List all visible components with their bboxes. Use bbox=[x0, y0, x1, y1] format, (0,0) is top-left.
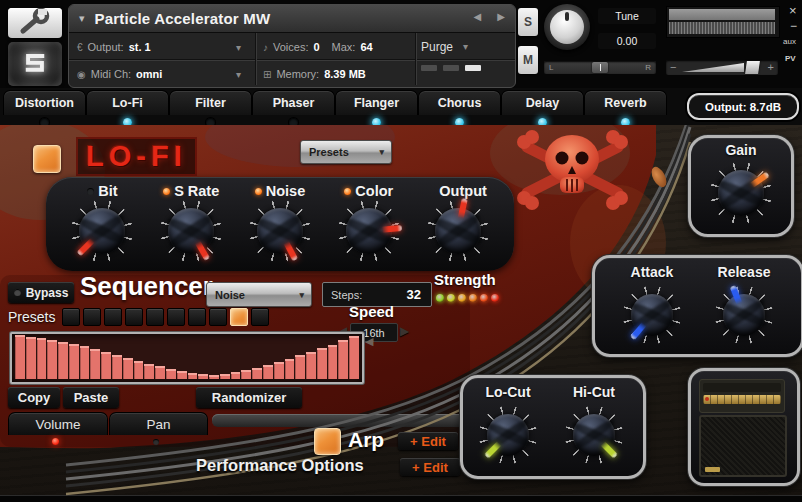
arp-power-button[interactable] bbox=[314, 428, 341, 455]
output-level-button[interactable]: Output: 8.7dB bbox=[687, 93, 799, 120]
tab-lo-fi[interactable]: Lo-Fi bbox=[86, 90, 169, 115]
step-bar-29[interactable] bbox=[317, 348, 327, 379]
step-bar-30[interactable] bbox=[328, 345, 338, 379]
step-bar-14[interactable] bbox=[155, 366, 165, 379]
tab-flanger[interactable]: Flanger bbox=[335, 90, 418, 115]
tab-area-slider[interactable] bbox=[212, 414, 470, 427]
solo-button[interactable]: S bbox=[518, 8, 538, 36]
sequencer-mode-dropdown[interactable]: Noise ▾ bbox=[206, 282, 312, 307]
step-bar-1[interactable] bbox=[15, 335, 25, 379]
arp-edit-button[interactable]: + Edit bbox=[398, 432, 458, 450]
step-bar-9[interactable] bbox=[101, 352, 111, 379]
bit-knob[interactable] bbox=[71, 200, 133, 262]
preset-slot-5[interactable] bbox=[146, 308, 164, 326]
step-bar-20[interactable] bbox=[220, 374, 230, 379]
tab-distortion[interactable]: Distortion bbox=[3, 90, 86, 115]
mute-button[interactable]: M bbox=[518, 46, 538, 74]
next-instrument-icon[interactable]: ▶ bbox=[497, 11, 505, 22]
step-bar-21[interactable] bbox=[231, 372, 241, 379]
step-bar-13[interactable] bbox=[144, 364, 154, 379]
instrument-title-row[interactable]: ▾ Particle Accelerator MW ◀ ▶ bbox=[69, 5, 515, 33]
lofi-presets-dropdown[interactable]: Presets ▾ bbox=[300, 140, 392, 164]
step-bar-19[interactable] bbox=[209, 375, 219, 379]
preset-slot-7[interactable] bbox=[188, 308, 206, 326]
step-bar-7[interactable] bbox=[80, 346, 90, 379]
randomizer-button[interactable]: Randomizer bbox=[196, 387, 302, 408]
chevron-down-icon[interactable]: ▾ bbox=[236, 69, 241, 80]
purge-menu[interactable]: Purge ▾ bbox=[421, 34, 511, 59]
tab-filter[interactable]: Filter bbox=[169, 90, 252, 115]
step-bar-17[interactable] bbox=[188, 373, 198, 379]
step-bar-26[interactable] bbox=[285, 359, 295, 379]
tab-phaser[interactable]: Phaser bbox=[252, 90, 335, 115]
tune-value[interactable]: 0.00 bbox=[598, 33, 656, 49]
step-bar-18[interactable] bbox=[198, 374, 208, 379]
tab-pan[interactable]: Pan bbox=[109, 412, 208, 435]
step-bar-22[interactable] bbox=[241, 370, 251, 379]
noise-knob[interactable] bbox=[249, 200, 311, 262]
edit-instrument-button[interactable] bbox=[8, 8, 62, 38]
tab-chorus[interactable]: Chorus bbox=[418, 90, 501, 115]
step-bar-5[interactable] bbox=[58, 342, 68, 379]
tab-delay[interactable]: Delay bbox=[501, 90, 584, 115]
step-bar-15[interactable] bbox=[166, 369, 176, 379]
preset-slot-6[interactable] bbox=[167, 308, 185, 326]
speed-next-icon[interactable]: ▶ bbox=[400, 324, 409, 338]
paste-button[interactable]: Paste bbox=[63, 387, 119, 408]
pan-handle[interactable] bbox=[592, 62, 608, 73]
step-bar-6[interactable] bbox=[69, 344, 79, 379]
step-bar-8[interactable] bbox=[90, 349, 100, 379]
midi-channel-select[interactable]: ◉ Midi Ch: omni ▾ bbox=[77, 61, 249, 87]
tab-volume[interactable]: Volume bbox=[8, 412, 108, 435]
s-rate-knob[interactable] bbox=[160, 200, 222, 262]
volume-handle[interactable] bbox=[745, 61, 760, 74]
tab-reverb[interactable]: Reverb bbox=[584, 90, 667, 115]
step-bar-24[interactable] bbox=[263, 365, 273, 379]
chevron-down-icon[interactable]: ▾ bbox=[79, 12, 85, 25]
attack-knob[interactable] bbox=[623, 286, 681, 344]
copy-button[interactable]: Copy bbox=[8, 387, 60, 408]
gain-knob[interactable] bbox=[710, 162, 772, 224]
chevron-down-icon[interactable]: ▾ bbox=[463, 41, 468, 52]
pv-button[interactable]: PV bbox=[785, 54, 796, 63]
step-bar-11[interactable] bbox=[123, 358, 133, 379]
preset-slot-10[interactable] bbox=[251, 308, 269, 326]
lo-cut-knob-control[interactable] bbox=[479, 406, 537, 464]
preset-slot-9[interactable] bbox=[230, 308, 248, 326]
step-bar-32[interactable] bbox=[349, 336, 359, 379]
preset-slot-2[interactable] bbox=[83, 308, 101, 326]
tune-knob[interactable] bbox=[544, 4, 590, 50]
prev-instrument-icon[interactable]: ◀ bbox=[474, 11, 482, 22]
max-voices-value[interactable]: 64 bbox=[360, 41, 372, 53]
chevron-down-icon[interactable]: ▾ bbox=[236, 42, 241, 53]
step-bar-27[interactable] bbox=[295, 355, 305, 379]
output-knob[interactable] bbox=[427, 200, 489, 262]
bars-scroll-icon[interactable]: ◀ bbox=[365, 335, 373, 348]
attack-knob-control[interactable] bbox=[623, 286, 681, 344]
preset-slot-1[interactable] bbox=[62, 308, 80, 326]
pan-slider[interactable]: L R bbox=[544, 61, 656, 74]
step-bars[interactable] bbox=[14, 336, 360, 380]
step-bar-10[interactable] bbox=[112, 355, 122, 379]
step-bar-4[interactable] bbox=[47, 340, 57, 379]
step-bar-28[interactable] bbox=[306, 352, 316, 379]
minimize-icon[interactable]: − bbox=[790, 19, 797, 33]
sequencer-bypass-button[interactable]: Bypass bbox=[8, 282, 74, 303]
step-bar-23[interactable] bbox=[252, 368, 262, 379]
preset-slot-8[interactable] bbox=[209, 308, 227, 326]
release-knob[interactable] bbox=[715, 286, 773, 344]
close-icon[interactable]: × bbox=[789, 3, 797, 18]
aux-button[interactable]: aux bbox=[783, 37, 796, 46]
step-bar-16[interactable] bbox=[177, 371, 187, 379]
lofi-power-button[interactable] bbox=[33, 145, 61, 173]
hi-cut-knob[interactable] bbox=[565, 406, 623, 464]
color-knob[interactable] bbox=[338, 200, 400, 262]
preset-slot-4[interactable] bbox=[125, 308, 143, 326]
step-sequencer-display[interactable] bbox=[10, 332, 364, 384]
hi-cut-knob-control[interactable] bbox=[565, 406, 623, 464]
step-bar-25[interactable] bbox=[274, 362, 284, 379]
step-bar-31[interactable] bbox=[338, 340, 348, 379]
volume-slider[interactable]: − + bbox=[666, 60, 778, 75]
step-bar-12[interactable] bbox=[134, 361, 144, 379]
step-bar-3[interactable] bbox=[37, 338, 47, 379]
